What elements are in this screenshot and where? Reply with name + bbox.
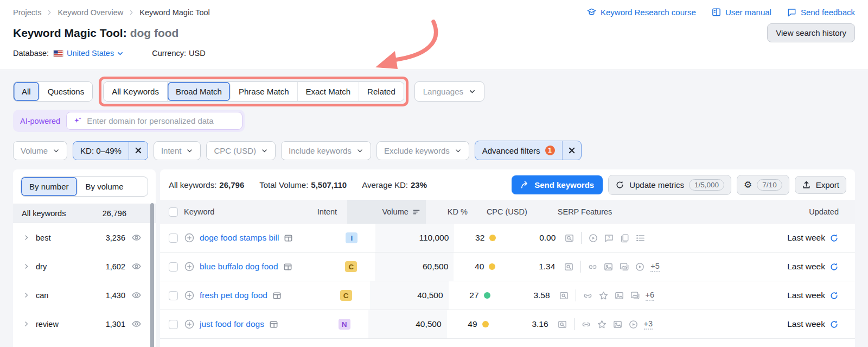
sidebar-scrollbar[interactable]: [150, 203, 154, 347]
breadcrumb-item-keyword-magic-tool[interactable]: Keyword Magic Tool: [139, 8, 210, 17]
header-link-user-manual[interactable]: User manual: [711, 7, 771, 17]
table-row: just food for dogsN40,500493.16+3Last we…: [160, 310, 855, 339]
row-checkbox[interactable]: [169, 234, 178, 243]
filter-volume[interactable]: Volume: [13, 141, 67, 160]
domain-input[interactable]: [87, 116, 235, 125]
keyword-group-review[interactable]: review1,301: [13, 310, 156, 338]
keyword-group-best[interactable]: best3,236: [13, 223, 156, 252]
serp-image-icon[interactable]: [614, 291, 624, 301]
filter-label-wrap: KD: 0–49%: [73, 142, 129, 160]
column-cpc[interactable]: CPC (USD): [477, 207, 532, 216]
sidebar-tab-by-number[interactable]: By number: [21, 177, 78, 196]
kd-cell: 27: [449, 291, 500, 300]
serp-preview-icon[interactable]: [564, 262, 574, 272]
column-keyword[interactable]: Keyword: [184, 207, 317, 216]
eye-icon: [131, 261, 142, 272]
serp-image-icon[interactable]: [612, 319, 623, 330]
domain-input-wrap: [66, 112, 242, 130]
serp-star-icon[interactable]: [597, 319, 607, 330]
column-updated[interactable]: Updated: [711, 207, 855, 216]
keyword-link[interactable]: fresh pet dog food: [200, 291, 267, 300]
kd-cell: 40: [454, 262, 505, 272]
header-link-send-feedback[interactable]: Send feedback: [787, 7, 855, 17]
serp-list-icon[interactable]: [635, 233, 646, 243]
filter-close-button[interactable]: [129, 143, 148, 158]
serp-link-icon[interactable]: [581, 319, 591, 330]
database-select[interactable]: United States: [67, 49, 124, 58]
refresh-icon[interactable]: [829, 262, 839, 272]
sidebar-tab-by-volume[interactable]: By volume: [78, 177, 132, 196]
tab-questions[interactable]: Questions: [40, 82, 93, 101]
tab-broad-match[interactable]: Broad Match: [168, 82, 231, 101]
serp-video-icon[interactable]: [588, 233, 598, 243]
table-settings-button[interactable]: ⚙ 7/10: [737, 175, 789, 195]
serp-link-icon[interactable]: [583, 291, 593, 301]
column-intent[interactable]: Intent: [317, 207, 347, 216]
currency-value: USD: [189, 49, 206, 58]
refresh-icon[interactable]: [829, 291, 839, 300]
keyword-group-can[interactable]: can1,430: [13, 281, 156, 310]
send-keywords-button[interactable]: Send keywords: [512, 175, 603, 194]
all-keywords-row[interactable]: All keywords 26,796: [13, 204, 156, 223]
filter-exclude-keywords[interactable]: Exclude keywords: [376, 141, 469, 160]
select-all-checkbox[interactable]: [169, 207, 178, 217]
column-kd[interactable]: KD %: [426, 207, 477, 216]
filter-count-badge: 1: [545, 146, 555, 155]
filter-cpc-usd[interactable]: CPC (USD): [206, 141, 276, 160]
volume-cell: 40,500: [370, 281, 449, 310]
export-button[interactable]: Export: [795, 176, 846, 194]
keyword-group-dry[interactable]: dry1,602: [13, 252, 156, 281]
serp-more-count[interactable]: +6: [646, 291, 655, 301]
serp-video-icon[interactable]: [635, 262, 645, 272]
keyword-link[interactable]: blue buffalo dog food: [200, 262, 278, 272]
intent-cell: C: [345, 261, 375, 272]
serp-image-icon[interactable]: [603, 262, 614, 272]
export-icon: [802, 180, 811, 190]
serp-image-stack-icon[interactable]: [619, 262, 629, 272]
serp-copy-icon[interactable]: [620, 233, 630, 243]
filter-close-button[interactable]: [563, 143, 581, 158]
tab-related[interactable]: Related: [359, 82, 404, 101]
filter-label: Volume: [21, 146, 48, 155]
refresh-icon[interactable]: [829, 234, 839, 243]
keyword-link[interactable]: doge food stamps bill: [200, 233, 279, 243]
keyword-link[interactable]: just food for dogs: [200, 319, 264, 329]
filter-advanced-filters[interactable]: Advanced filters1: [475, 141, 582, 160]
view-search-history-button[interactable]: View search history: [767, 23, 855, 42]
column-volume[interactable]: Volume: [347, 200, 426, 224]
serp-preview-icon[interactable]: [564, 233, 575, 243]
serp-more-count[interactable]: +5: [650, 262, 660, 272]
tab-all-keywords[interactable]: All Keywords: [104, 82, 168, 101]
serp-more-count[interactable]: +3: [644, 319, 653, 330]
updated-cell: Last week: [738, 262, 855, 272]
serp-image-stack-icon[interactable]: [630, 291, 640, 301]
serp-question-icon[interactable]: ?: [604, 233, 614, 243]
column-serp-features[interactable]: SERP Features: [532, 207, 711, 216]
filter-include-keywords[interactable]: Include keywords: [281, 141, 371, 160]
chevron-down-icon: [117, 50, 124, 57]
row-checkbox[interactable]: [169, 291, 178, 300]
serp-preview-icon[interactable]: [559, 291, 569, 301]
serp-star-icon[interactable]: [598, 291, 609, 301]
keyword-cell: just food for dogs: [184, 319, 339, 330]
tab-exact-match[interactable]: Exact Match: [298, 82, 360, 101]
cpc-cell: 3.16: [499, 319, 553, 329]
breadcrumb-item-projects[interactable]: Projects: [13, 8, 41, 17]
tab-phrase-match[interactable]: Phrase Match: [231, 82, 298, 101]
filter-label-wrap: Exclude keywords: [377, 142, 469, 160]
tab-all[interactable]: All: [14, 82, 40, 101]
serp-link-icon[interactable]: [588, 262, 598, 272]
serp-preview-icon[interactable]: [557, 319, 567, 330]
chevron-down-icon: [469, 88, 476, 95]
serp-video-icon[interactable]: [628, 319, 639, 330]
refresh-icon[interactable]: [829, 320, 839, 329]
languages-dropdown[interactable]: Languages: [414, 81, 484, 102]
header-link-keyword-research-course[interactable]: Keyword Research course: [586, 7, 696, 17]
update-metrics-button[interactable]: Update metrics 1/5,000: [608, 175, 731, 195]
row-checkbox[interactable]: [169, 262, 178, 272]
sparkles-icon: [73, 116, 82, 125]
filter-kd-0-49[interactable]: KD: 0–49%: [73, 141, 148, 160]
breadcrumb-item-keyword-overview[interactable]: Keyword Overview: [58, 8, 123, 17]
filter-intent[interactable]: Intent: [154, 141, 201, 160]
row-checkbox[interactable]: [169, 320, 178, 329]
